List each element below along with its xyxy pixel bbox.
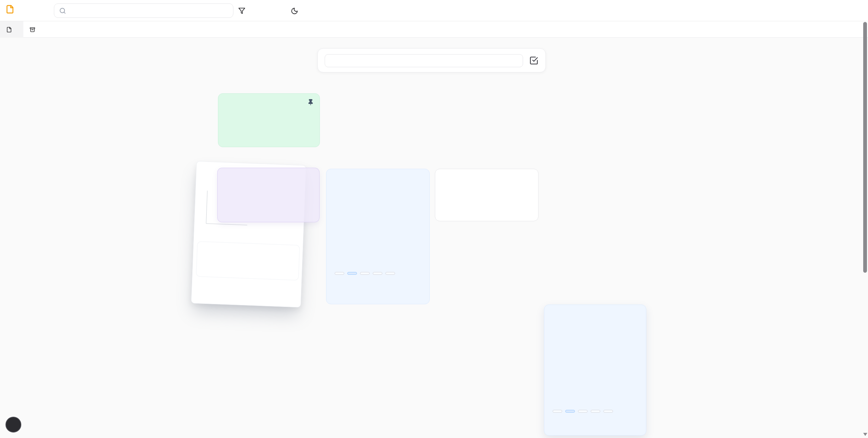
tag-tech[interactable] bbox=[553, 410, 562, 413]
note-card-drag-test-1[interactable] bbox=[435, 169, 539, 221]
take-a-note-input[interactable] bbox=[325, 54, 523, 67]
scrollbar-thumb[interactable] bbox=[863, 22, 867, 273]
pin-icon[interactable] bbox=[307, 98, 314, 106]
theme-toggle-button[interactable] bbox=[288, 5, 301, 17]
app-header bbox=[0, 0, 868, 21]
file-icon bbox=[5, 5, 14, 14]
tag-ai[interactable] bbox=[347, 272, 357, 275]
tag-row bbox=[553, 410, 613, 413]
note-card-updated[interactable] bbox=[218, 93, 320, 147]
note-card-test-image[interactable] bbox=[217, 168, 320, 222]
tag-gpu[interactable] bbox=[603, 410, 613, 413]
note-composer bbox=[317, 48, 546, 72]
tag-mlops[interactable] bbox=[591, 410, 600, 413]
search-box[interactable] bbox=[54, 3, 233, 18]
user-avatar[interactable] bbox=[5, 417, 21, 433]
search-icon bbox=[59, 7, 66, 14]
moon-icon bbox=[291, 7, 298, 15]
tag-framework[interactable] bbox=[360, 272, 370, 275]
tab-archive[interactable] bbox=[23, 21, 47, 38]
check-square-icon[interactable] bbox=[529, 56, 539, 65]
tag-row bbox=[335, 272, 395, 275]
note-card-ai-framework-floating[interactable] bbox=[544, 305, 646, 436]
file-icon bbox=[6, 27, 12, 33]
tag-gpu[interactable] bbox=[385, 272, 395, 275]
tag-mlops[interactable] bbox=[373, 272, 382, 275]
tag-tech[interactable] bbox=[335, 272, 344, 275]
filter-by-label-button[interactable] bbox=[235, 4, 253, 17]
tag-framework[interactable] bbox=[578, 410, 588, 413]
funnel-icon bbox=[238, 7, 245, 14]
search-input[interactable] bbox=[70, 7, 228, 14]
archive-icon bbox=[30, 27, 35, 33]
tag-ai[interactable] bbox=[565, 410, 575, 413]
note-card-sample-file[interactable] bbox=[196, 241, 300, 281]
app-logo bbox=[5, 5, 18, 14]
tab-notes[interactable] bbox=[0, 21, 23, 38]
scrollbar-down-arrow-icon[interactable] bbox=[863, 433, 867, 436]
note-card-ai-framework[interactable] bbox=[326, 169, 430, 304]
tab-bar bbox=[0, 21, 868, 38]
